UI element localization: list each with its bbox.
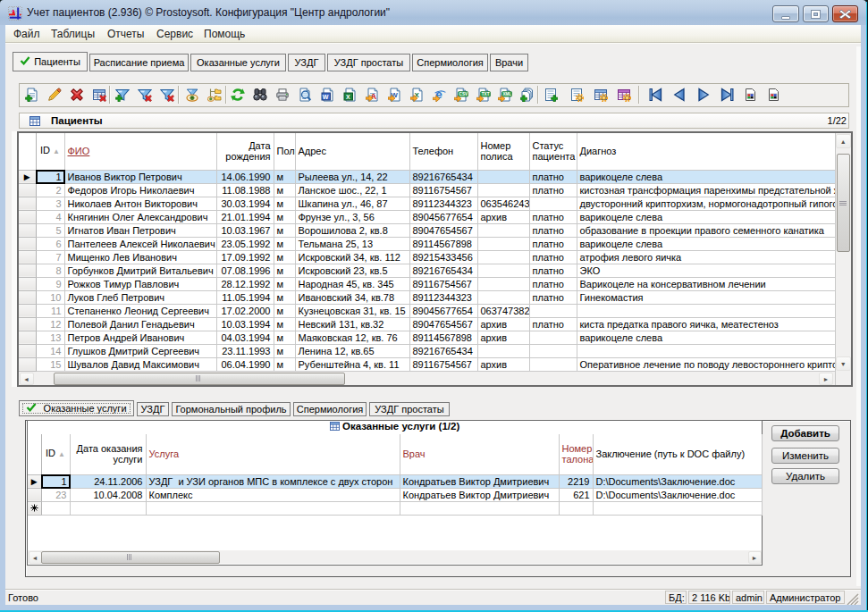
svg-text:W: W [323, 94, 329, 100]
svg-text:XML: XML [502, 92, 511, 96]
svg-text:CSV: CSV [459, 92, 468, 96]
svg-text:TXT: TXT [482, 92, 490, 96]
svg-text:X: X [346, 94, 350, 100]
